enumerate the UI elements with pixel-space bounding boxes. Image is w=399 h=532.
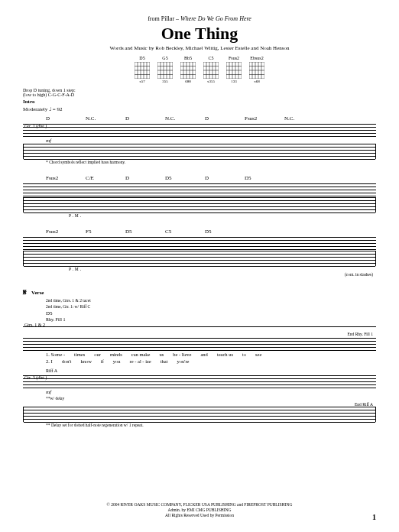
chord-diagram: Bb5 688: [180, 56, 196, 83]
chord-diagram-row: D5 x57 G5 355 Bb5 688 C5 x355 Fsus2 133 …: [23, 56, 376, 83]
notation-staff-gtr3: Gtr. 3 (dist.): [23, 374, 376, 388]
song-title: One Thing: [23, 24, 376, 44]
copyright-block: © 2004 RIVER OAKS MUSIC COMPANY, FLICKER…: [0, 502, 399, 518]
delay-note: **w/ delay: [46, 396, 376, 401]
chord-diagram: Ebsus2 x68: [249, 56, 264, 83]
music-system-3: Fsus2F5 D5C5 D5 P.M. (cont. in slashes): [23, 229, 376, 277]
music-system-2: Fsus2C/E DD5 DD5 P.M.: [23, 175, 376, 218]
chord-diagram: C5 x355: [203, 56, 219, 83]
album-name: Where Do We Go From Here: [180, 15, 251, 22]
direction-2: 2nd time, Gtr. 1: w/ Riff C: [46, 304, 376, 309]
segno-icon: 𝄋: [23, 287, 27, 297]
chord-symbols: Fsus2F5 D5C5 D5: [23, 229, 376, 235]
notation-staff: [23, 235, 376, 249]
music-system-1: DN.C. DN.C. DFsus2 N.C. Gtr. 1 (dist.) m…: [23, 115, 376, 164]
palm-mute: P.M.: [23, 267, 376, 271]
rhy-fill-label: Rhy. Fill 1: [23, 317, 376, 322]
notation-staff: [23, 182, 376, 196]
delay-footnote: ** Delay set for dotted half-note regene…: [46, 423, 376, 427]
chord-symbols: Fsus2C/E DD5 DD5: [23, 175, 376, 181]
palm-mute: P.M.: [23, 213, 376, 218]
notation-staff-gtr12: Gtrs. 1 & 2: [23, 323, 376, 330]
continuation-note: (cont. in slashes): [23, 272, 376, 277]
fretboard-icon: [135, 62, 150, 79]
credits: Words and Music by Rob Beckley, Michael …: [23, 45, 376, 51]
chord-symbols: DN.C. DN.C. DFsus2 N.C.: [23, 115, 376, 122]
riff-a-label: Riff A: [23, 368, 376, 373]
chord-diagram: D5 x57: [135, 56, 150, 83]
notation-staff-vocals: [23, 336, 376, 350]
direction-1: 2nd time, Gtrs. 1 & 2 tacet: [46, 298, 376, 303]
dynamic-mf: mf: [23, 138, 376, 144]
tuning-info: Drop D tuning, down 1 step: (low to high…: [23, 88, 376, 97]
tab-staff: [23, 251, 376, 266]
tab-staff-gtr3: [23, 407, 376, 422]
fretboard-icon: [203, 62, 219, 79]
chord-diagram: Fsus2 133: [226, 56, 242, 83]
lyrics-2: 2. Idon't knowif youre - al - ize thatyo…: [23, 358, 376, 364]
from-prefix: from Pillar –: [148, 15, 180, 22]
verse-label: Verse: [31, 290, 44, 296]
page-number: 1: [372, 513, 376, 521]
fretboard-icon: [226, 62, 242, 79]
from-line: from Pillar – Where Do We Go From Here: [23, 15, 376, 22]
harmony-footnote: * Chord symbols reflect implied bass har…: [46, 160, 376, 164]
dynamic-mf-2: mf: [23, 389, 376, 395]
verse-system: 𝄋 Verse 2nd time, Gtrs. 1 & 2 tacet 2nd …: [23, 287, 376, 427]
tempo-marking: Moderately ♩ = 92: [23, 106, 376, 112]
fretboard-icon: [157, 62, 173, 79]
lyrics-1: 1. Some -times ourminds can makeus be - …: [23, 352, 376, 357]
chord-diagram: G5 355: [157, 56, 173, 83]
notation-staff: Gtr. 1 (dist.): [23, 122, 376, 136]
fretboard-icon: [180, 62, 196, 79]
chord-symbols: D5: [23, 310, 376, 316]
tab-staff: [23, 144, 376, 159]
tab-staff: [23, 197, 376, 212]
intro-label: Intro: [23, 99, 376, 105]
fretboard-icon: [249, 62, 264, 79]
